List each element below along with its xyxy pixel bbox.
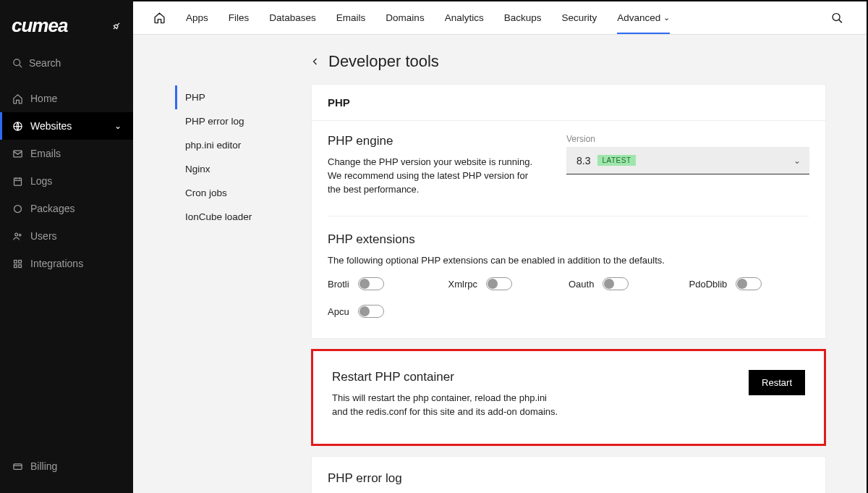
extensions-grid: Brotli Xmlrpc Oauth [328, 267, 809, 318]
sidebar-item-label: Packages [30, 203, 75, 214]
sidebar-item-logs[interactable]: Logs [0, 167, 133, 195]
circle-icon [12, 203, 23, 214]
sidebar-item-label: Emails [30, 148, 61, 159]
version-badge: LATEST [597, 155, 635, 166]
svg-rect-14 [18, 264, 21, 267]
tab-files[interactable]: Files [229, 2, 250, 33]
extension-label: Xmlrpc [448, 279, 477, 290]
globe-icon [12, 120, 23, 132]
extension-brotli: Brotli [328, 277, 448, 290]
divider [328, 216, 809, 216]
svg-point-8 [14, 205, 21, 212]
subnav-item-cron-jobs[interactable]: Cron jobs [175, 181, 311, 205]
sidebar-item-label: Logs [30, 175, 52, 187]
columns: PHP PHP error log php.ini editor Nginx C… [133, 84, 867, 493]
page-header: Developer tools [269, 35, 867, 84]
tab-analytics[interactable]: Analytics [445, 2, 484, 33]
php-engine-desc: Change the PHP version your website is r… [328, 156, 537, 197]
restart-body: Restart PHP container This will restart … [313, 351, 824, 444]
php-engine-info: PHP engine Change the PHP version your w… [328, 134, 537, 197]
subnav-item-ioncube-loader[interactable]: IonCube loader [175, 205, 311, 229]
restart-desc: This will restart the php container, rel… [332, 392, 563, 419]
restart-title: Restart PHP container [332, 370, 563, 384]
toggle-apcu[interactable] [358, 305, 384, 318]
toggle-pdodblib[interactable] [736, 277, 762, 290]
tab-databases[interactable]: Databases [269, 2, 316, 33]
subnav-item-nginx[interactable]: Nginx [175, 157, 311, 181]
restart-info: Restart PHP container This will restart … [332, 370, 563, 419]
panel-header: PHP [312, 85, 825, 121]
tab-domains[interactable]: Domains [386, 2, 424, 33]
toggle-xmlrpc[interactable] [486, 277, 512, 290]
sidebar-item-label: Billing [30, 460, 57, 472]
extension-pdodblib: PdoDblib [689, 277, 810, 290]
sidebar-item-emails[interactable]: Emails [0, 140, 133, 167]
home-button[interactable] [153, 12, 166, 24]
subnav-item-php-error-log[interactable]: PHP error log [175, 109, 311, 133]
restart-button[interactable]: Restart [749, 370, 805, 395]
svg-rect-12 [18, 260, 21, 263]
extension-xmlrpc: Xmlrpc [448, 277, 569, 290]
extension-label: PdoDblib [689, 279, 728, 290]
svg-point-9 [14, 233, 17, 236]
php-extensions-title: PHP extensions [328, 232, 809, 247]
grid-icon [12, 258, 23, 269]
main-area: Apps Files Databases Emails Domains Anal… [133, 0, 868, 493]
svg-rect-4 [14, 178, 21, 185]
sidebar-search[interactable]: Search [0, 50, 133, 80]
chevron-down-icon: ⌄ [663, 13, 670, 22]
calendar-icon [12, 175, 23, 187]
mail-icon [12, 148, 23, 159]
version-value: 8.3 [576, 155, 590, 167]
sidebar-item-billing[interactable]: Billing [0, 452, 133, 480]
svg-line-1 [19, 64, 22, 67]
subnav-item-php[interactable]: PHP [175, 85, 311, 109]
back-button[interactable] [311, 57, 320, 66]
sidebar-item-label: Integrations [30, 258, 83, 269]
toggle-brotli[interactable] [358, 277, 384, 290]
panel-body: PHP engine Change the PHP version your w… [312, 121, 825, 338]
tab-label: Advanced [617, 12, 660, 23]
svg-point-17 [833, 13, 840, 20]
extension-label: Brotli [328, 279, 349, 290]
tab-apps[interactable]: Apps [186, 2, 208, 33]
sidebar-item-packages[interactable]: Packages [0, 195, 133, 222]
svg-rect-13 [14, 264, 17, 267]
svg-line-18 [839, 20, 842, 22]
sidebar-search-label: Search [29, 57, 61, 69]
extension-label: Oauth [569, 279, 594, 290]
topbar: Apps Files Databases Emails Domains Anal… [133, 1, 867, 35]
svg-point-0 [13, 59, 20, 65]
tab-emails[interactable]: Emails [336, 2, 366, 33]
tab-backups[interactable]: Backups [504, 2, 542, 33]
panels: PHP PHP engine Change the PHP version yo… [311, 84, 867, 493]
tab-advanced[interactable]: Advanced ⌄ [617, 2, 670, 33]
version-select[interactable]: 8.3 LATEST ⌄ [566, 147, 809, 174]
sidebar-nav: Home Websites ⌄ Emails Logs Packages Use… [0, 80, 133, 493]
home-icon [12, 93, 23, 104]
logo-row: cumea [0, 0, 133, 50]
sidebar-item-home[interactable]: Home [0, 85, 133, 112]
toggle-oauth[interactable] [603, 277, 629, 290]
subnav-item-php-ini-editor[interactable]: php.ini editor [175, 133, 311, 157]
pin-icon[interactable] [109, 19, 124, 33]
chevron-down-icon: ⌄ [114, 121, 122, 131]
content-scroll[interactable]: Developer tools PHP PHP error log php.in… [133, 35, 867, 493]
sidebar-item-label: Users [30, 230, 57, 242]
topbar-search-button[interactable] [831, 12, 843, 24]
card-icon [12, 460, 23, 472]
users-icon [12, 230, 23, 242]
extension-oauth: Oauth [569, 277, 689, 290]
sidebar-item-integrations[interactable]: Integrations [0, 250, 133, 277]
panel-header: PHP error log [312, 457, 825, 493]
extension-label: Apcu [328, 306, 349, 317]
php-version-control: Version 8.3 LATEST ⌄ [566, 134, 809, 197]
sidebar-item-websites[interactable]: Websites ⌄ [0, 112, 133, 140]
sidebar-item-users[interactable]: Users [0, 222, 133, 250]
tab-security[interactable]: Security [561, 2, 597, 33]
sidebar: cumea Search Home Websites ⌄ Emails Logs [0, 0, 133, 493]
sidebar-item-label: Home [30, 93, 57, 104]
search-icon [12, 57, 23, 69]
svg-point-10 [19, 234, 21, 236]
panel-php-error-log: PHP error log [311, 456, 826, 493]
